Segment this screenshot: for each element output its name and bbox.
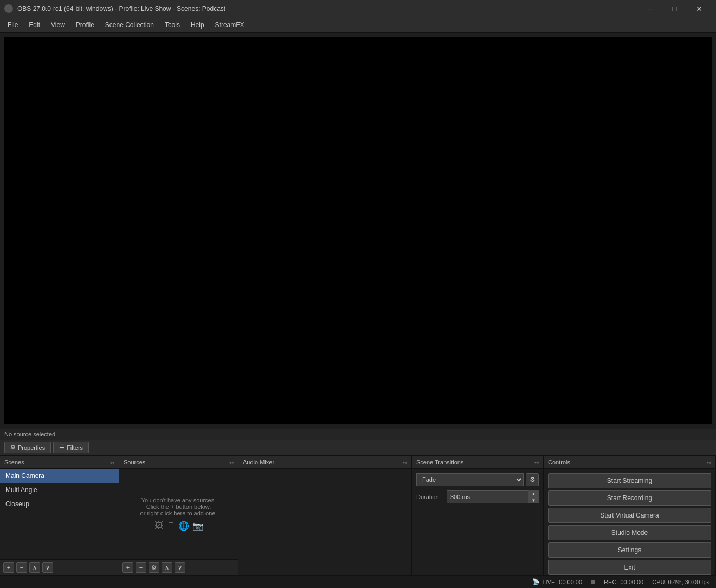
scenes-down-button[interactable]: ∨: [42, 562, 53, 573]
cpu-label: CPU: 0.4%, 30.00 fps: [652, 579, 709, 585]
scenes-panel-header: Scenes ⇔: [0, 456, 119, 469]
scene-item-closeup[interactable]: Closeup: [0, 497, 119, 511]
properties-filters-bar: ⚙ Properties ☰ Filters: [0, 440, 716, 456]
window-controls: ─ □ ✕: [637, 0, 712, 17]
start-recording-button[interactable]: Start Recording: [548, 490, 711, 506]
duration-input[interactable]: [447, 490, 539, 503]
duration-input-wrap: ▲ ▼: [447, 490, 539, 503]
transitions-expand-icon[interactable]: ⇔: [534, 460, 539, 466]
transitions-controls: Fade Cut Swipe Slide ⚙ Duration ▲ ▼: [412, 469, 543, 508]
sources-expand-icon[interactable]: ⇔: [229, 460, 234, 466]
duration-down-arrow[interactable]: ▼: [528, 497, 539, 503]
sources-type-icons: 🖼 🖥 🌐 📷: [154, 521, 203, 531]
scene-item-main-camera[interactable]: Main Camera: [0, 469, 119, 483]
controls-expand-icon[interactable]: ⇔: [707, 460, 711, 466]
live-icon: 📡: [532, 578, 540, 585]
scene-transitions-panel: Scene Transitions ⇔ Fade Cut Swipe Slide…: [412, 456, 544, 575]
menu-help[interactable]: Help: [185, 19, 210, 31]
camera-source-icon: 📷: [192, 521, 203, 531]
controls-content: Start Streaming Start Recording Start Vi…: [544, 469, 715, 575]
live-status: 📡 LIVE: 00:00:00: [532, 578, 582, 585]
preview-canvas: [4, 37, 712, 424]
menu-scene-collection[interactable]: Scene Collection: [100, 19, 159, 31]
sources-add-button[interactable]: +: [122, 562, 133, 573]
transitions-panel-header: Scene Transitions ⇔: [412, 456, 543, 469]
sources-panel: Sources ⇔ You don't have any sources. Cl…: [119, 456, 238, 575]
transition-type-select[interactable]: Fade Cut Swipe Slide: [416, 473, 524, 486]
menu-streamfx[interactable]: StreamFX: [210, 19, 250, 31]
maximize-button[interactable]: □: [662, 0, 687, 17]
start-streaming-button[interactable]: Start Streaming: [548, 473, 711, 488]
menu-tools[interactable]: Tools: [159, 19, 185, 31]
menu-edit[interactable]: Edit: [23, 19, 46, 31]
transition-gear-button[interactable]: ⚙: [526, 473, 539, 486]
window-title: OBS 27.0.0-rc1 (64-bit, windows) - Profi…: [17, 5, 637, 12]
sources-panel-title: Sources: [124, 459, 145, 466]
cpu-status: CPU: 0.4%, 30.00 fps: [652, 579, 709, 585]
source-status-text: No source selected: [4, 431, 55, 437]
exit-button[interactable]: Exit: [548, 560, 711, 575]
scenes-add-button[interactable]: +: [3, 562, 14, 573]
controls-panel-title: Controls: [548, 459, 570, 466]
display-source-icon: 🖥: [166, 521, 175, 531]
transitions-panel-title: Scene Transitions: [416, 459, 463, 466]
menu-file[interactable]: File: [2, 19, 23, 31]
filters-button[interactable]: ☰ Filters: [53, 442, 89, 453]
audio-content: [238, 469, 411, 575]
sources-up-button[interactable]: ∧: [162, 562, 172, 573]
sources-down-button[interactable]: ∨: [175, 562, 185, 573]
duration-up-arrow[interactable]: ▲: [528, 490, 539, 497]
transition-type-row: Fade Cut Swipe Slide ⚙: [416, 473, 539, 486]
sources-remove-button[interactable]: −: [136, 562, 146, 573]
minimize-button[interactable]: ─: [637, 0, 662, 17]
source-status-bar: No source selected: [0, 429, 716, 440]
live-dot: [591, 580, 595, 584]
scenes-panel: Scenes ⇔ Main Camera Multi Angle Closeup…: [0, 456, 119, 575]
status-bar: 📡 LIVE: 00:00:00 REC: 00:00:00 CPU: 0.4%…: [0, 575, 716, 588]
rec-label: REC:: [604, 579, 618, 585]
live-time: 00:00:00: [559, 579, 582, 585]
properties-button[interactable]: ⚙ Properties: [4, 442, 51, 453]
audio-panel-title: Audio Mixer: [243, 459, 274, 466]
scenes-expand-icon[interactable]: ⇔: [110, 460, 114, 466]
scenes-toolbar: + − ∧ ∨: [0, 559, 119, 575]
scenes-up-button[interactable]: ∧: [29, 562, 40, 573]
scene-item-multi-angle[interactable]: Multi Angle: [0, 483, 119, 497]
scenes-remove-button[interactable]: −: [16, 562, 27, 573]
controls-panel: Controls ⇔ Start Streaming Start Recordi…: [544, 456, 716, 575]
sources-content: You don't have any sources. Click the + …: [119, 469, 238, 559]
start-virtual-camera-button[interactable]: Start Virtual Camera: [548, 508, 711, 523]
sources-gear-button[interactable]: ⚙: [149, 562, 159, 573]
live-label: LIVE:: [542, 579, 557, 585]
controls-panel-header: Controls ⇔: [544, 456, 715, 469]
sources-panel-header: Sources ⇔: [119, 456, 238, 469]
audio-panel-header: Audio Mixer ⇔: [238, 456, 411, 469]
browser-source-icon: 🌐: [178, 521, 189, 531]
menu-view[interactable]: View: [46, 19, 70, 31]
studio-mode-button[interactable]: Studio Mode: [548, 525, 711, 540]
sources-empty-line3: or right click here to add one.: [140, 510, 217, 516]
bottom-panels: Scenes ⇔ Main Camera Multi Angle Closeup…: [0, 456, 716, 575]
transitions-content-area: Fade Cut Swipe Slide ⚙ Duration ▲ ▼: [412, 469, 543, 575]
rec-status: REC: 00:00:00: [604, 579, 643, 585]
gear-icon: ⚙: [10, 444, 16, 451]
rec-time: 00:00:00: [620, 579, 643, 585]
duration-label: Duration: [416, 494, 443, 500]
filter-icon: ☰: [59, 444, 64, 451]
audio-expand-icon[interactable]: ⇔: [403, 460, 407, 466]
controls-buttons: Start Streaming Start Recording Start Vi…: [544, 469, 715, 575]
transition-duration-row: Duration ▲ ▼: [416, 490, 539, 503]
title-bar: OBS 27.0.0-rc1 (64-bit, windows) - Profi…: [0, 0, 716, 17]
menu-bar: File Edit View Profile Scene Collection …: [0, 17, 716, 33]
audio-mixer-panel: Audio Mixer ⇔: [238, 456, 412, 575]
audio-empty: [238, 469, 411, 575]
menu-profile[interactable]: Profile: [70, 19, 100, 31]
sources-empty-line2: Click the + button below,: [146, 503, 211, 510]
duration-spinner: ▲ ▼: [528, 490, 539, 503]
scenes-list: Main Camera Multi Angle Closeup: [0, 469, 119, 559]
image-source-icon: 🖼: [154, 521, 163, 531]
settings-button[interactable]: Settings: [548, 542, 711, 558]
sources-empty-line1: You don't have any sources.: [141, 497, 216, 503]
close-button[interactable]: ✕: [687, 0, 712, 17]
sources-empty-state: You don't have any sources. Click the + …: [119, 469, 238, 559]
